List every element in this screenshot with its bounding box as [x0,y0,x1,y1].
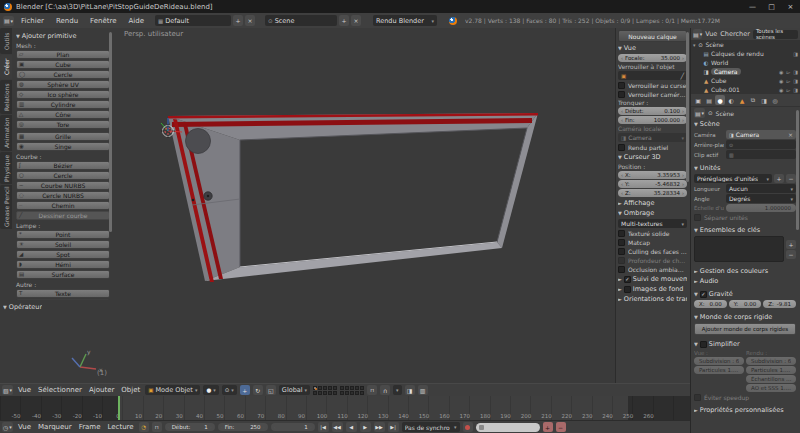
lock-camera-checkbox[interactable]: Verrouiller caméra à la vue [618,90,687,98]
ambient-occlusion-checkbox[interactable]: Occlusion ambiante [618,265,687,273]
current-frame-playhead[interactable] [118,396,120,420]
outliner-menu-vue[interactable]: Vue [705,30,717,38]
eyedropper-icon[interactable]: ╱ [680,72,684,79]
selectable-pointer-icon[interactable]: ▻ [786,69,790,75]
gravity-panel-header[interactable]: ▼✓Gravité [694,290,796,298]
tab-render-layers[interactable]: ▤ [704,95,714,105]
tab-physique[interactable]: Physique [0,152,12,184]
add-rigid-body-world-button[interactable]: Ajouter monde de corps rigides [694,323,796,335]
add-armature-button[interactable]: YArmature [16,299,110,300]
backface-culling-checkbox[interactable]: Culling des faces arrière [618,247,687,255]
delete-keyframe-button[interactable]: − [556,422,566,432]
outliner-row-cube[interactable]: ▲ Cube ◉ ▻ ◨ [691,76,800,85]
viewport-menu-selectionner[interactable]: Sélectionner [36,386,84,394]
renderable-camera-icon[interactable]: ◨ [793,69,798,75]
add-text-button[interactable]: TTexte [16,289,110,298]
remove-layout-button[interactable]: × [245,15,255,26]
scene-selector[interactable]: ⊙ Scene [265,15,337,26]
render-engine-selector[interactable]: Rendu Blender ▾ [373,15,437,26]
pivot-dropdown[interactable]: ⊙ ▾ [222,385,237,395]
menu-aide[interactable]: Aide [124,17,149,25]
mode-dropdown[interactable]: ▣ Mode Objet▾ [145,385,200,395]
rotate-manipulator-button[interactable]: ↻ [253,385,263,395]
maximize-button[interactable]: □ [762,0,781,13]
visibility-eye-icon[interactable]: ◉ [779,87,783,93]
outliner-row-scene[interactable]: ▾ ⊙ Scène [691,40,800,49]
auto-keyframe-button[interactable] [463,422,473,432]
add-plane-button[interactable]: ▱Plan [16,50,110,59]
render-border-checkbox[interactable]: Rendu partiel [618,143,687,151]
editor-type-button[interactable]: ▤▾ [3,16,14,26]
add-uvsphere-button[interactable]: ◍Sphère UV [16,80,110,89]
add-cube-button[interactable]: ▣Cube [16,60,110,69]
end-frame-field[interactable]: ‹Fin:250› [218,423,268,431]
timeline-menu-frame[interactable]: Frame [77,423,103,431]
tab-animation[interactable]: Animation [0,115,12,151]
add-cone-button[interactable]: △Cône [16,110,110,119]
timeline-ruler[interactable]: -50-40-30-20-100102030405060708090100110… [0,396,690,420]
new-gp-layer-button[interactable]: Nouveau calque [618,30,687,42]
keying-set-field[interactable] [476,423,540,432]
add-icosphere-button[interactable]: ◇Ico sphère [16,90,110,99]
outliner-row-renderlayers[interactable]: ▤ Calques de rendu ◨ [691,49,800,58]
viewport-editor-button[interactable]: ▧▾ [2,385,13,395]
timeline-menu-vue[interactable]: Vue [16,423,33,431]
tab-creer[interactable]: Créer [0,55,12,79]
menu-fenetre[interactable]: Fenêtre [85,17,121,25]
layer-toggles-group1[interactable] [313,386,337,395]
add-area-lamp-button[interactable]: ▤Surface [16,270,110,279]
unit-presets-dropdown[interactable]: Préréglages d'unités▾ [694,174,772,183]
snap-button[interactable]: ∩ [380,385,390,395]
shading-mode-dropdown[interactable]: Multi-textures▾ [618,219,687,228]
add-nurbs-circle-button[interactable]: ◌Cercle NURBS [16,191,110,200]
add-scene-button[interactable]: + [339,15,349,26]
cursor-z-field[interactable]: ‹Z:35.28334› [618,189,687,197]
renderable-camera-icon[interactable]: ◨ [793,78,798,84]
cursor-y-field[interactable]: ‹Y:-5.46832› [618,180,687,188]
add-keying-set-button[interactable]: + [786,240,796,249]
close-button[interactable]: × [781,0,800,13]
tool-shelf-scrollbar[interactable] [109,32,112,232]
transform-orientations-panel-header[interactable]: ►Orientations de transfo [618,295,687,303]
units-panel-header[interactable]: ▼Unités [694,164,796,172]
timeline-menu-lecture[interactable]: Lecture [105,423,135,431]
visibility-eye-icon[interactable]: ◉ [779,69,783,75]
clear-icon[interactable]: × [788,131,793,138]
add-nurbs-curve-button[interactable]: ~Courbe NURBS [16,181,110,190]
selectable-pointer-icon[interactable]: ▻ [786,78,790,84]
camera-icon[interactable]: ◨ [793,51,798,57]
tab-world[interactable]: ◐ [726,95,736,105]
outliner-menu-chercher[interactable]: Chercher [720,30,750,38]
tab-object[interactable]: ▲ [737,95,747,105]
add-layout-button[interactable]: + [233,15,243,26]
scene-camera-field[interactable]: ◨ Camera × [726,130,796,139]
viewport-menu-objet[interactable]: Objet [119,386,142,394]
add-sun-lamp-button[interactable]: ☀Soleil [16,240,110,249]
focal-length-field[interactable]: ‹Focale:35.000› [618,54,687,62]
renderable-camera-icon[interactable]: ◨ [793,87,798,93]
sync-dropdown[interactable]: Pas de synchro▾ [402,422,460,432]
cursor-panel-header[interactable]: ▼Curseur 3D [618,153,687,161]
layer-toggles-group2[interactable] [340,386,364,395]
tab-render[interactable]: ▣ [693,95,703,105]
add-bezier-button[interactable]: ʃBézier [16,161,110,170]
tab-outils[interactable]: Outils [0,28,12,54]
snap-element-dropdown[interactable]: ▾ [393,385,402,395]
textured-solid-checkbox[interactable]: Texturé solide [618,229,687,237]
keying-sets-list[interactable] [694,236,784,262]
tab-physics[interactable]: ◎ [770,95,780,105]
add-curve-circle-button[interactable]: ○Cercle [16,171,110,180]
background-images-panel-header[interactable]: ►Images de fond [618,285,687,293]
add-point-lamp-button[interactable]: *Point [16,230,110,239]
tab-data[interactable]: ◨ [759,95,769,105]
n-panel-scrollbar[interactable] [686,32,689,182]
curtain-guide-object[interactable] [118,28,615,383]
gravity-x-field[interactable]: X:0.00 [694,300,727,308]
current-frame-field[interactable]: ‹1› [271,423,315,431]
properties-scrollbar[interactable] [796,110,799,230]
gravity-y-field[interactable]: Y:0.00 [729,300,762,308]
orientation-dropdown[interactable]: Global▾ [279,385,310,395]
background-set-field[interactable]: ⊙ [726,140,796,149]
opengl-animation-button[interactable]: ▥ [418,385,428,395]
add-hemi-lamp-button[interactable]: ◗Hémi [16,260,110,269]
